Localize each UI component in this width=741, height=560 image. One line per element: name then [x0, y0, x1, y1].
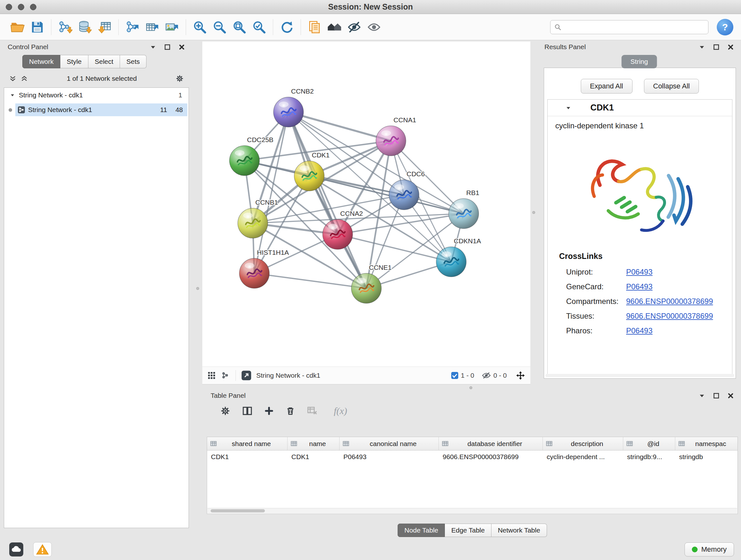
memory-button[interactable]: Memory: [684, 543, 734, 557]
minimize-window-button[interactable]: [18, 4, 24, 10]
network-row-selected[interactable]: String Network - cdk1 11 48: [15, 104, 187, 116]
network-overview-icon[interactable]: [221, 371, 230, 380]
save-session-button[interactable]: [27, 17, 47, 37]
import-table-file-button[interactable]: [95, 17, 115, 37]
selected-checkbox-icon[interactable]: [451, 372, 458, 379]
tab-select[interactable]: Select: [88, 55, 120, 68]
network-node-CCNB1[interactable]: [238, 208, 268, 238]
network-node-CCNA1[interactable]: [376, 126, 406, 156]
tab-node-table[interactable]: Node Table: [398, 523, 445, 537]
refresh-view-button[interactable]: [277, 17, 297, 37]
panel-menu-icon[interactable]: [698, 44, 705, 51]
column-header-database-identifier[interactable]: database identifier: [439, 437, 543, 450]
network-node-CDC25B[interactable]: [229, 145, 259, 176]
crosslink-value[interactable]: P06493: [626, 267, 653, 276]
network-node-CDC6[interactable]: [389, 180, 419, 210]
column-header-name[interactable]: name: [287, 437, 340, 450]
network-node-CCNB2[interactable]: [273, 97, 304, 127]
tab-network-table[interactable]: Network Table: [491, 523, 547, 537]
table-cell[interactable]: 9606.ENSP00000378699: [439, 450, 543, 463]
table-horizontal-scrollbar[interactable]: [207, 508, 737, 513]
crosslink-value[interactable]: P06493: [626, 282, 653, 291]
hidden-eye-icon[interactable]: [482, 371, 491, 380]
collection-expand-icon[interactable]: [10, 92, 15, 98]
table-cell[interactable]: CDK1: [207, 450, 287, 463]
splitter-handle[interactable]: [532, 211, 535, 214]
cloud-button[interactable]: [7, 542, 25, 557]
network-row[interactable]: String Network - cdk1 11 48: [4, 103, 189, 117]
network-collection-row[interactable]: String Network - cdk1 1: [4, 88, 189, 103]
close-panel-icon[interactable]: [727, 392, 734, 399]
table-cell[interactable]: P06493: [340, 450, 439, 463]
network-node-CCNA2[interactable]: [323, 219, 353, 249]
collapse-all-button[interactable]: Collapse All: [644, 79, 699, 94]
string-tab[interactable]: String: [622, 55, 657, 68]
zoom-out-button[interactable]: [210, 17, 229, 37]
close-panel-icon[interactable]: [727, 44, 734, 51]
export-image-button[interactable]: [162, 17, 182, 37]
pan-tool-icon[interactable]: [516, 371, 525, 380]
birds-eye-view-button[interactable]: [325, 17, 344, 37]
zoom-in-button[interactable]: [190, 17, 210, 37]
tab-edge-table[interactable]: Edge Table: [445, 523, 491, 537]
zoom-fit-button[interactable]: [229, 17, 249, 37]
table-cell[interactable]: stringdb:9...: [623, 450, 675, 463]
float-panel-icon[interactable]: [164, 44, 171, 51]
show-all-button[interactable]: [364, 17, 384, 37]
network-node-CDKN1A[interactable]: [436, 247, 466, 277]
zoom-selected-button[interactable]: [249, 17, 269, 37]
export-table-button[interactable]: [142, 17, 162, 37]
tab-network[interactable]: Network: [22, 55, 60, 68]
tab-sets[interactable]: Sets: [120, 55, 146, 68]
import-network-database-button[interactable]: [75, 17, 95, 37]
help-button[interactable]: ?: [717, 19, 733, 36]
network-options-gear-icon[interactable]: [176, 74, 184, 83]
birds-eye-icon[interactable]: [242, 371, 251, 380]
table-cell[interactable]: cyclin-dependent ...: [543, 450, 623, 463]
network-canvas[interactable]: CCNB2CCNA1CDC25BCDK1CDC6RB1CCNB1CCNA2CDK…: [202, 42, 530, 367]
table-row[interactable]: CDK1CDK1P064939606.ENSP00000378699cyclin…: [207, 450, 738, 463]
column-header-canonical-name[interactable]: canonical name: [340, 437, 439, 450]
splitter-handle[interactable]: [469, 386, 472, 389]
export-network-button[interactable]: [123, 17, 142, 37]
table-cell[interactable]: stringdb: [675, 450, 738, 463]
network-node-RB1[interactable]: [449, 199, 479, 229]
results-horizontal-scrollbar[interactable]: [545, 374, 734, 377]
close-panel-icon[interactable]: [179, 44, 185, 51]
expand-all-button[interactable]: Expand All: [581, 79, 632, 94]
column-header-description[interactable]: description: [543, 437, 623, 450]
warnings-button[interactable]: [33, 542, 52, 557]
panel-menu-icon[interactable]: [698, 392, 705, 399]
splitter-handle[interactable]: [196, 287, 199, 290]
expand-all-icon[interactable]: [20, 75, 28, 82]
crosslink-value[interactable]: P06493: [626, 326, 653, 335]
float-panel-icon[interactable]: [713, 44, 720, 51]
column-header-namespac[interactable]: namespac: [675, 437, 738, 450]
table-options-gear-icon[interactable]: [220, 406, 230, 416]
network-node-HIST1H1A[interactable]: [239, 258, 269, 288]
import-network-file-button[interactable]: [55, 17, 75, 37]
scrollbar-thumb[interactable]: [211, 509, 265, 512]
panel-menu-icon[interactable]: [150, 44, 156, 51]
delete-column-icon[interactable]: [285, 406, 295, 416]
hide-selection-button[interactable]: [344, 17, 364, 37]
collapse-all-icon[interactable]: [9, 75, 17, 82]
grid-view-icon[interactable]: [207, 371, 216, 380]
crosslink-value[interactable]: 9606.ENSP00000378699: [626, 312, 713, 320]
copy-document-button[interactable]: [305, 17, 325, 37]
close-window-button[interactable]: [6, 4, 12, 10]
add-column-icon[interactable]: [264, 406, 274, 416]
column-header-shared-name[interactable]: shared name: [207, 437, 287, 450]
search-input[interactable]: [564, 23, 704, 31]
tab-style[interactable]: Style: [60, 55, 88, 68]
crosslink-value[interactable]: 9606.ENSP00000378699: [626, 297, 713, 306]
open-session-button[interactable]: [8, 17, 27, 37]
column-header--id[interactable]: @id: [623, 437, 675, 450]
network-node-CCNE1[interactable]: [351, 273, 381, 303]
show-columns-icon[interactable]: [242, 406, 253, 416]
node-section-header[interactable]: CDK1: [548, 100, 732, 116]
float-panel-icon[interactable]: [713, 392, 720, 399]
table-cell[interactable]: CDK1: [287, 450, 340, 463]
maximize-window-button[interactable]: [30, 4, 37, 10]
network-node-CDK1[interactable]: [294, 161, 324, 191]
